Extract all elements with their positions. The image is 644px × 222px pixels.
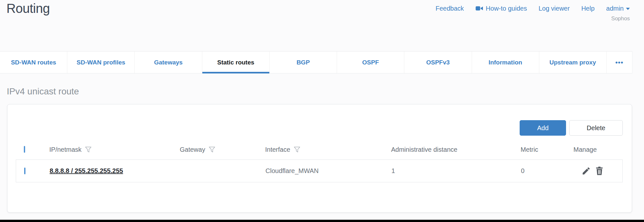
bottom-black-strip (0, 220, 644, 222)
brand-label: Sophos (611, 15, 630, 22)
feedback-link[interactable]: Feedback (436, 5, 464, 12)
static-routes-panel: Add Delete IP/netmask Gateway Interface (7, 104, 632, 213)
tab-bgp[interactable]: BGP (270, 52, 337, 73)
route-admin-distance-value: 1 (391, 167, 521, 175)
route-manage-actions (574, 166, 622, 176)
tab-gateways[interactable]: Gateways (135, 52, 202, 73)
edit-pencil-icon[interactable] (582, 166, 591, 176)
table-row: 8.8.8.8 / 255.255.255.255 Cloudflare_MWA… (16, 159, 623, 182)
route-metric-value: 0 (521, 167, 574, 175)
tab-upstream-proxy[interactable]: Upstream proxy (539, 52, 607, 73)
table-header-row: IP/netmask Gateway Interface (16, 143, 623, 156)
tab-static-routes[interactable]: Static routes (202, 52, 270, 73)
routing-tabbar: SD-WAN routes SD-WAN profiles Gateways S… (0, 51, 632, 73)
tab-ospf[interactable]: OSPF (337, 52, 404, 73)
howto-guides-label: How-to guides (486, 5, 527, 12)
filter-icon[interactable] (85, 146, 92, 153)
tab-sd-wan-profiles[interactable]: SD-WAN profiles (67, 52, 135, 73)
column-header-metric: Metric (521, 146, 573, 153)
route-interface-value: Cloudflare_MWAN (265, 167, 391, 175)
route-ip-netmask-link[interactable]: 8.8.8.8 / 255.255.255.255 (50, 167, 123, 174)
column-header-ip-netmask: IP/netmask (49, 146, 180, 153)
column-header-gateway: Gateway (180, 146, 265, 153)
page-title: Routing (6, 1, 50, 16)
section-heading: IPv4 unicast route (7, 86, 79, 97)
column-label: Manage (573, 146, 597, 153)
tab-ospfv3[interactable]: OSPFv3 (404, 52, 472, 73)
add-button[interactable]: Add (520, 120, 566, 136)
howto-guides-link[interactable]: How-to guides (476, 5, 527, 12)
column-header-interface: Interface (265, 146, 391, 153)
column-label: Administrative distance (391, 146, 457, 153)
column-label: Metric (521, 146, 538, 153)
table-toolbar: Add Delete (520, 120, 623, 136)
column-label: Interface (265, 146, 290, 153)
log-viewer-link[interactable]: Log viewer (539, 5, 570, 12)
column-label: Gateway (180, 146, 205, 153)
tab-overflow-menu[interactable]: ••• (607, 52, 632, 73)
column-label: IP/netmask (49, 146, 82, 153)
help-link[interactable]: Help (581, 5, 594, 12)
row-select-checkbox[interactable] (24, 168, 25, 174)
top-navigation: Feedback How-to guides Log viewer Help a… (436, 5, 630, 12)
tab-information[interactable]: Information (472, 52, 539, 73)
filter-icon[interactable] (208, 146, 216, 153)
delete-button[interactable]: Delete (569, 120, 623, 136)
admin-user-label: admin (606, 5, 624, 12)
column-header-manage: Manage (573, 146, 623, 153)
admin-user-menu[interactable]: admin (606, 5, 630, 12)
select-all-checkbox[interactable] (24, 146, 25, 153)
filter-icon[interactable] (293, 146, 301, 153)
delete-trash-icon[interactable] (595, 166, 604, 176)
tab-sd-wan-routes[interactable]: SD-WAN routes (0, 52, 67, 73)
video-camera-icon (476, 5, 483, 12)
column-header-admin-distance: Administrative distance (391, 146, 521, 153)
chevron-down-icon (626, 8, 630, 10)
